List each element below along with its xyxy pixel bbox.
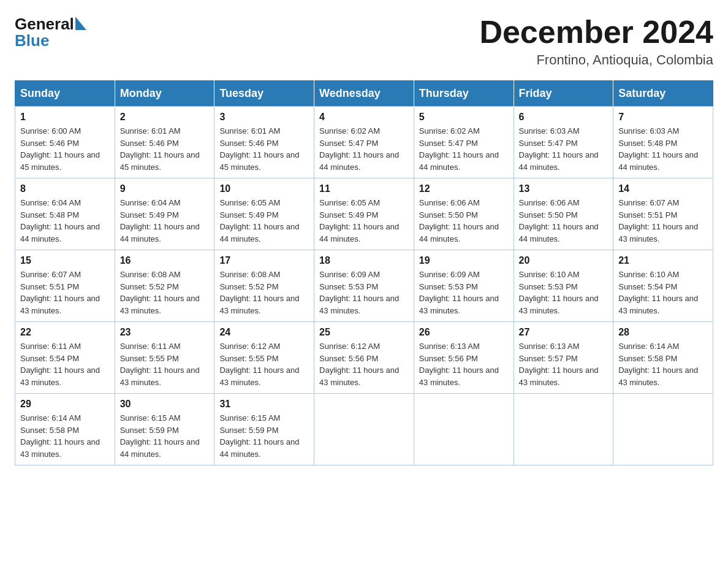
day-number: 19 bbox=[419, 255, 509, 266]
calendar-day-cell: 21Sunrise: 6:10 AMSunset: 5:54 PMDayligh… bbox=[613, 250, 713, 322]
calendar-header-row: SundayMondayTuesdayWednesdayThursdayFrid… bbox=[15, 81, 713, 107]
calendar-day-cell bbox=[314, 394, 414, 465]
calendar-day-cell: 2Sunrise: 6:01 AMSunset: 5:46 PMDaylight… bbox=[115, 107, 214, 178]
day-info: Sunrise: 6:01 AMSunset: 5:46 PMDaylight:… bbox=[120, 125, 210, 173]
day-number: 1 bbox=[20, 112, 110, 123]
calendar-week-row: 15Sunrise: 6:07 AMSunset: 5:51 PMDayligh… bbox=[15, 250, 713, 322]
calendar-table: SundayMondayTuesdayWednesdayThursdayFrid… bbox=[15, 80, 713, 465]
day-info: Sunrise: 6:11 AMSunset: 5:55 PMDaylight:… bbox=[120, 340, 210, 388]
day-number: 23 bbox=[120, 327, 210, 338]
day-number: 18 bbox=[319, 255, 409, 266]
month-title: December 2024 bbox=[479, 15, 713, 50]
day-info: Sunrise: 6:14 AMSunset: 5:58 PMDaylight:… bbox=[618, 340, 708, 388]
day-number: 17 bbox=[219, 255, 309, 266]
day-number: 22 bbox=[20, 327, 110, 338]
day-number: 3 bbox=[219, 112, 309, 123]
day-info: Sunrise: 6:03 AMSunset: 5:47 PMDaylight:… bbox=[519, 125, 609, 173]
day-number: 21 bbox=[618, 255, 708, 266]
day-number: 30 bbox=[120, 399, 210, 410]
calendar-day-cell: 22Sunrise: 6:11 AMSunset: 5:54 PMDayligh… bbox=[15, 322, 115, 394]
calendar-day-cell: 28Sunrise: 6:14 AMSunset: 5:58 PMDayligh… bbox=[613, 322, 713, 394]
calendar-day-cell: 6Sunrise: 6:03 AMSunset: 5:47 PMDaylight… bbox=[514, 107, 613, 178]
calendar-day-cell: 16Sunrise: 6:08 AMSunset: 5:52 PMDayligh… bbox=[115, 250, 214, 322]
calendar-day-cell: 12Sunrise: 6:06 AMSunset: 5:50 PMDayligh… bbox=[414, 178, 514, 250]
day-of-week-header: Wednesday bbox=[314, 81, 414, 107]
day-number: 15 bbox=[20, 255, 110, 266]
logo-blue-text: Blue bbox=[15, 31, 49, 50]
day-info: Sunrise: 6:01 AMSunset: 5:46 PMDaylight:… bbox=[219, 125, 309, 173]
calendar-day-cell: 14Sunrise: 6:07 AMSunset: 5:51 PMDayligh… bbox=[613, 178, 713, 250]
calendar-day-cell: 11Sunrise: 6:05 AMSunset: 5:49 PMDayligh… bbox=[314, 178, 414, 250]
day-info: Sunrise: 6:15 AMSunset: 5:59 PMDaylight:… bbox=[120, 412, 210, 460]
calendar-day-cell: 13Sunrise: 6:06 AMSunset: 5:50 PMDayligh… bbox=[514, 178, 613, 250]
day-info: Sunrise: 6:14 AMSunset: 5:58 PMDaylight:… bbox=[20, 412, 110, 460]
logo-triangle-icon bbox=[75, 17, 86, 33]
calendar-day-cell bbox=[613, 394, 713, 465]
calendar-day-cell: 7Sunrise: 6:03 AMSunset: 5:48 PMDaylight… bbox=[613, 107, 713, 178]
day-info: Sunrise: 6:03 AMSunset: 5:48 PMDaylight:… bbox=[618, 125, 708, 173]
day-info: Sunrise: 6:10 AMSunset: 5:54 PMDaylight:… bbox=[618, 269, 708, 316]
calendar-day-cell: 25Sunrise: 6:12 AMSunset: 5:56 PMDayligh… bbox=[314, 322, 414, 394]
day-number: 5 bbox=[419, 112, 509, 123]
day-number: 8 bbox=[20, 183, 110, 194]
calendar-day-cell: 23Sunrise: 6:11 AMSunset: 5:55 PMDayligh… bbox=[115, 322, 214, 394]
title-block: December 2024 Frontino, Antioquia, Colom… bbox=[479, 15, 713, 68]
day-number: 24 bbox=[219, 327, 309, 338]
day-number: 9 bbox=[120, 183, 210, 194]
calendar-week-row: 22Sunrise: 6:11 AMSunset: 5:54 PMDayligh… bbox=[15, 322, 713, 394]
day-info: Sunrise: 6:07 AMSunset: 5:51 PMDaylight:… bbox=[618, 197, 708, 245]
calendar-day-cell: 5Sunrise: 6:02 AMSunset: 5:47 PMDaylight… bbox=[414, 107, 514, 178]
logo: General Blue bbox=[15, 15, 86, 50]
calendar-day-cell: 1Sunrise: 6:00 AMSunset: 5:46 PMDaylight… bbox=[15, 107, 115, 178]
day-number: 13 bbox=[519, 183, 609, 194]
calendar-day-cell: 29Sunrise: 6:14 AMSunset: 5:58 PMDayligh… bbox=[15, 394, 115, 465]
day-number: 28 bbox=[618, 327, 708, 338]
day-of-week-header: Tuesday bbox=[214, 81, 314, 107]
day-info: Sunrise: 6:02 AMSunset: 5:47 PMDaylight:… bbox=[319, 125, 409, 173]
day-number: 14 bbox=[618, 183, 708, 194]
day-info: Sunrise: 6:12 AMSunset: 5:56 PMDaylight:… bbox=[319, 340, 409, 388]
day-number: 4 bbox=[319, 112, 409, 123]
calendar-day-cell: 24Sunrise: 6:12 AMSunset: 5:55 PMDayligh… bbox=[214, 322, 314, 394]
day-number: 6 bbox=[519, 112, 609, 123]
day-number: 25 bbox=[319, 327, 409, 338]
day-of-week-header: Thursday bbox=[414, 81, 514, 107]
day-of-week-header: Sunday bbox=[15, 81, 115, 107]
calendar-day-cell: 26Sunrise: 6:13 AMSunset: 5:56 PMDayligh… bbox=[414, 322, 514, 394]
day-number: 20 bbox=[519, 255, 609, 266]
calendar-day-cell: 30Sunrise: 6:15 AMSunset: 5:59 PMDayligh… bbox=[115, 394, 214, 465]
calendar-day-cell: 15Sunrise: 6:07 AMSunset: 5:51 PMDayligh… bbox=[15, 250, 115, 322]
location-subtitle: Frontino, Antioquia, Colombia bbox=[479, 52, 713, 68]
day-of-week-header: Saturday bbox=[613, 81, 713, 107]
day-info: Sunrise: 6:08 AMSunset: 5:52 PMDaylight:… bbox=[219, 269, 309, 316]
calendar-day-cell: 8Sunrise: 6:04 AMSunset: 5:48 PMDaylight… bbox=[15, 178, 115, 250]
day-info: Sunrise: 6:12 AMSunset: 5:55 PMDaylight:… bbox=[219, 340, 309, 388]
calendar-day-cell: 27Sunrise: 6:13 AMSunset: 5:57 PMDayligh… bbox=[514, 322, 613, 394]
calendar-day-cell: 20Sunrise: 6:10 AMSunset: 5:53 PMDayligh… bbox=[514, 250, 613, 322]
day-number: 29 bbox=[20, 399, 110, 410]
calendar-week-row: 1Sunrise: 6:00 AMSunset: 5:46 PMDaylight… bbox=[15, 107, 713, 178]
calendar-day-cell: 10Sunrise: 6:05 AMSunset: 5:49 PMDayligh… bbox=[214, 178, 314, 250]
day-info: Sunrise: 6:09 AMSunset: 5:53 PMDaylight:… bbox=[419, 269, 509, 316]
calendar-day-cell: 3Sunrise: 6:01 AMSunset: 5:46 PMDaylight… bbox=[214, 107, 314, 178]
day-info: Sunrise: 6:06 AMSunset: 5:50 PMDaylight:… bbox=[419, 197, 509, 245]
day-number: 12 bbox=[419, 183, 509, 194]
calendar-week-row: 29Sunrise: 6:14 AMSunset: 5:58 PMDayligh… bbox=[15, 394, 713, 465]
calendar-day-cell: 31Sunrise: 6:15 AMSunset: 5:59 PMDayligh… bbox=[214, 394, 314, 465]
day-info: Sunrise: 6:04 AMSunset: 5:48 PMDaylight:… bbox=[20, 197, 110, 245]
day-number: 16 bbox=[120, 255, 210, 266]
calendar-day-cell bbox=[414, 394, 514, 465]
calendar-day-cell: 17Sunrise: 6:08 AMSunset: 5:52 PMDayligh… bbox=[214, 250, 314, 322]
calendar-day-cell bbox=[514, 394, 613, 465]
day-info: Sunrise: 6:08 AMSunset: 5:52 PMDaylight:… bbox=[120, 269, 210, 316]
day-info: Sunrise: 6:09 AMSunset: 5:53 PMDaylight:… bbox=[319, 269, 409, 316]
calendar-week-row: 8Sunrise: 6:04 AMSunset: 5:48 PMDaylight… bbox=[15, 178, 713, 250]
day-info: Sunrise: 6:05 AMSunset: 5:49 PMDaylight:… bbox=[319, 197, 409, 245]
calendar-day-cell: 19Sunrise: 6:09 AMSunset: 5:53 PMDayligh… bbox=[414, 250, 514, 322]
day-number: 2 bbox=[120, 112, 210, 123]
page-header: General Blue December 2024 Frontino, Ant… bbox=[15, 15, 713, 68]
day-number: 27 bbox=[519, 327, 609, 338]
day-info: Sunrise: 6:06 AMSunset: 5:50 PMDaylight:… bbox=[519, 197, 609, 245]
calendar-day-cell: 9Sunrise: 6:04 AMSunset: 5:49 PMDaylight… bbox=[115, 178, 214, 250]
calendar-day-cell: 18Sunrise: 6:09 AMSunset: 5:53 PMDayligh… bbox=[314, 250, 414, 322]
